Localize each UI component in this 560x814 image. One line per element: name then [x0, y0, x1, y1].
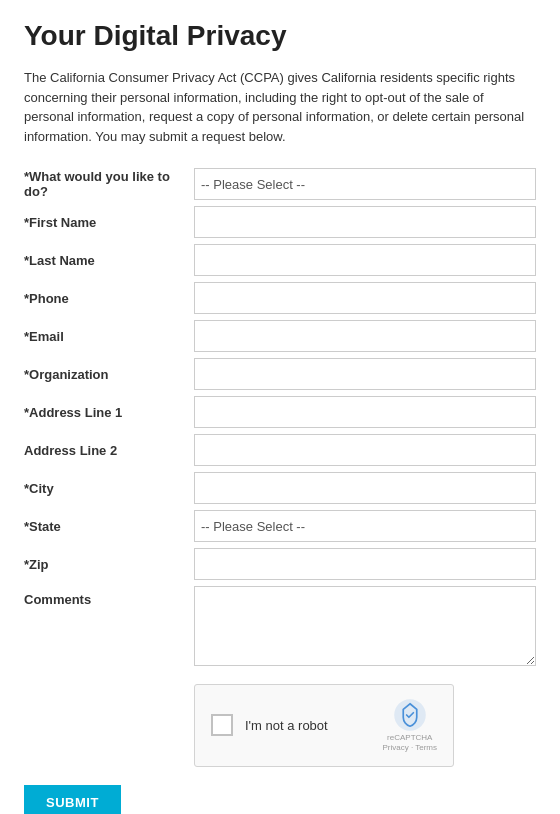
form-row-address2: Address Line 2 [24, 434, 536, 466]
submit-button[interactable]: SUBMIT [24, 785, 121, 814]
label-email: *Email [24, 329, 194, 344]
form-row-phone: *Phone [24, 282, 536, 314]
form-row-last-name: *Last Name [24, 244, 536, 276]
form-row-city: *City [24, 472, 536, 504]
label-address2: Address Line 2 [24, 443, 194, 458]
label-address1: *Address Line 1 [24, 405, 194, 420]
input-first-name[interactable] [194, 206, 536, 238]
captcha-left: I'm not a robot [211, 714, 328, 736]
label-last-name: *Last Name [24, 253, 194, 268]
label-zip: *Zip [24, 557, 194, 572]
form-row-comments: Comments [24, 586, 536, 666]
captcha-label: I'm not a robot [245, 718, 328, 733]
input-phone[interactable] [194, 282, 536, 314]
label-city: *City [24, 481, 194, 496]
captcha-widget[interactable]: I'm not a robot reCAPTCHAPrivacy · Terms [194, 684, 454, 767]
input-email[interactable] [194, 320, 536, 352]
input-organization[interactable] [194, 358, 536, 390]
input-last-name[interactable] [194, 244, 536, 276]
label-phone: *Phone [24, 291, 194, 306]
page-description: The California Consumer Privacy Act (CCP… [24, 68, 536, 146]
captcha-brand: reCAPTCHAPrivacy · Terms [382, 733, 437, 754]
form-row-first-name: *First Name [24, 206, 536, 238]
input-zip[interactable] [194, 548, 536, 580]
input-city[interactable] [194, 472, 536, 504]
label-first-name: *First Name [24, 215, 194, 230]
input-comments[interactable] [194, 586, 536, 666]
captcha-checkbox[interactable] [211, 714, 233, 736]
input-action[interactable]: -- Please Select -- Opt-out of sale of p… [194, 168, 536, 200]
form-row-state: *State -- Please Select -- California Ne… [24, 510, 536, 542]
input-address2[interactable] [194, 434, 536, 466]
captcha-right: reCAPTCHAPrivacy · Terms [382, 697, 437, 754]
recaptcha-icon [392, 697, 428, 733]
input-address1[interactable] [194, 396, 536, 428]
label-state: *State [24, 519, 194, 534]
input-state[interactable]: -- Please Select -- California New York … [194, 510, 536, 542]
page-title: Your Digital Privacy [24, 20, 536, 52]
form-row-action: *What would you like to do? -- Please Se… [24, 168, 536, 200]
label-action: *What would you like to do? [24, 169, 194, 199]
form-row-email: *Email [24, 320, 536, 352]
label-organization: *Organization [24, 367, 194, 382]
form-row-organization: *Organization [24, 358, 536, 390]
privacy-form: *What would you like to do? -- Please Se… [24, 168, 536, 814]
form-row-zip: *Zip [24, 548, 536, 580]
form-row-address1: *Address Line 1 [24, 396, 536, 428]
label-comments: Comments [24, 586, 194, 607]
